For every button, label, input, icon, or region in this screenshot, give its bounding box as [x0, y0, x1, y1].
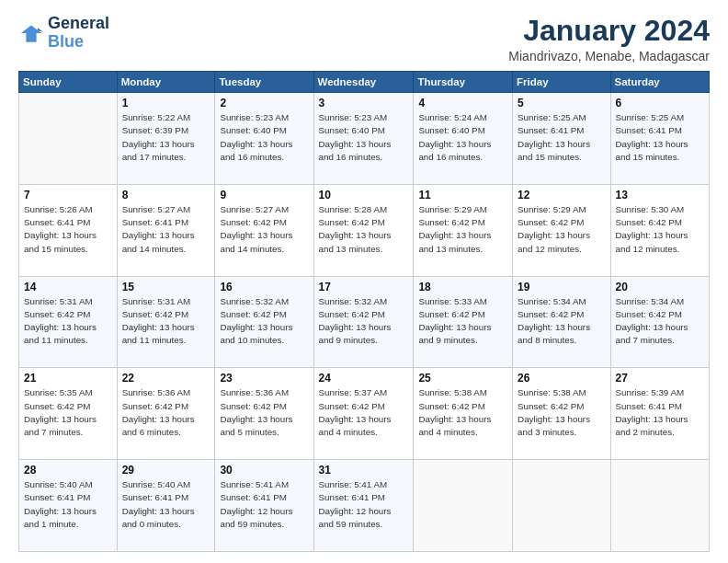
- day-info: Sunrise: 5:31 AMSunset: 6:42 PMDaylight:…: [122, 296, 195, 346]
- day-number: 9: [220, 189, 308, 201]
- table-row: 9 Sunrise: 5:27 AMSunset: 6:42 PMDayligh…: [215, 184, 313, 276]
- table-row: 12 Sunrise: 5:29 AMSunset: 6:42 PMDaylig…: [513, 184, 610, 276]
- day-info: Sunrise: 5:35 AMSunset: 6:42 PMDaylight:…: [24, 387, 97, 437]
- day-number: 28: [24, 464, 112, 477]
- day-info: Sunrise: 5:30 AMSunset: 6:42 PMDaylight:…: [616, 204, 688, 254]
- day-number: 8: [122, 189, 210, 201]
- table-row: 17 Sunrise: 5:32 AMSunset: 6:42 PMDaylig…: [313, 276, 414, 368]
- logo: GeneralBlue: [18, 15, 109, 52]
- day-number: 31: [319, 464, 409, 477]
- calendar-week-1: 7 Sunrise: 5:26 AMSunset: 6:41 PMDayligh…: [19, 184, 710, 276]
- table-row: 10 Sunrise: 5:28 AMSunset: 6:42 PMDaylig…: [313, 184, 414, 276]
- calendar-week-2: 14 Sunrise: 5:31 AMSunset: 6:42 PMDaylig…: [19, 276, 710, 368]
- day-info: Sunrise: 5:40 AMSunset: 6:41 PMDaylight:…: [122, 479, 195, 529]
- table-row: 1 Sunrise: 5:22 AMSunset: 6:39 PMDayligh…: [117, 93, 215, 185]
- table-row: 14 Sunrise: 5:31 AMSunset: 6:42 PMDaylig…: [19, 276, 118, 368]
- table-row: 16 Sunrise: 5:32 AMSunset: 6:42 PMDaylig…: [215, 276, 313, 368]
- day-number: 2: [220, 97, 308, 109]
- table-row: 13 Sunrise: 5:30 AMSunset: 6:42 PMDaylig…: [610, 184, 709, 276]
- table-row: 25 Sunrise: 5:38 AMSunset: 6:42 PMDaylig…: [414, 368, 513, 460]
- day-info: Sunrise: 5:34 AMSunset: 6:42 PMDaylight:…: [616, 296, 688, 346]
- col-monday: Monday: [117, 72, 215, 93]
- day-info: Sunrise: 5:23 AMSunset: 6:40 PMDaylight:…: [220, 112, 292, 162]
- table-row: 30 Sunrise: 5:41 AMSunset: 6:41 PMDaylig…: [215, 460, 313, 552]
- title-area: January 2024 Miandrivazo, Menabe, Madaga…: [508, 15, 710, 63]
- col-wednesday: Wednesday: [313, 72, 414, 93]
- table-row: 20 Sunrise: 5:34 AMSunset: 6:42 PMDaylig…: [610, 276, 709, 368]
- table-row: 24 Sunrise: 5:37 AMSunset: 6:42 PMDaylig…: [313, 368, 414, 460]
- day-number: 16: [220, 281, 308, 293]
- day-info: Sunrise: 5:36 AMSunset: 6:42 PMDaylight:…: [220, 387, 292, 437]
- day-info: Sunrise: 5:25 AMSunset: 6:41 PMDaylight:…: [616, 112, 688, 162]
- day-number: 5: [518, 97, 605, 109]
- day-info: Sunrise: 5:32 AMSunset: 6:42 PMDaylight:…: [220, 296, 292, 346]
- day-info: Sunrise: 5:41 AMSunset: 6:41 PMDaylight:…: [220, 479, 292, 529]
- day-number: 10: [319, 189, 409, 201]
- table-row: 2 Sunrise: 5:23 AMSunset: 6:40 PMDayligh…: [215, 93, 313, 185]
- logo-icon: [18, 20, 44, 46]
- day-number: 14: [24, 281, 112, 293]
- day-number: 11: [418, 189, 507, 201]
- table-row: 28 Sunrise: 5:40 AMSunset: 6:41 PMDaylig…: [19, 460, 118, 552]
- day-info: Sunrise: 5:38 AMSunset: 6:42 PMDaylight:…: [518, 387, 590, 437]
- table-row: 7 Sunrise: 5:26 AMSunset: 6:41 PMDayligh…: [19, 184, 118, 276]
- day-info: Sunrise: 5:22 AMSunset: 6:39 PMDaylight:…: [122, 112, 195, 162]
- day-info: Sunrise: 5:27 AMSunset: 6:42 PMDaylight:…: [220, 204, 292, 254]
- table-row: 23 Sunrise: 5:36 AMSunset: 6:42 PMDaylig…: [215, 368, 313, 460]
- col-sunday: Sunday: [19, 72, 118, 93]
- calendar: Sunday Monday Tuesday Wednesday Thursday…: [18, 71, 710, 552]
- day-number: 25: [418, 372, 507, 385]
- table-row: 18 Sunrise: 5:33 AMSunset: 6:42 PMDaylig…: [414, 276, 513, 368]
- day-info: Sunrise: 5:33 AMSunset: 6:42 PMDaylight:…: [418, 296, 491, 346]
- logo-text: GeneralBlue: [48, 15, 109, 52]
- day-info: Sunrise: 5:40 AMSunset: 6:41 PMDaylight:…: [24, 479, 97, 529]
- page: GeneralBlue January 2024 Miandrivazo, Me…: [0, 0, 728, 563]
- day-number: 17: [319, 281, 409, 293]
- day-info: Sunrise: 5:34 AMSunset: 6:42 PMDaylight:…: [518, 296, 590, 346]
- day-number: 26: [518, 372, 605, 385]
- table-row: 6 Sunrise: 5:25 AMSunset: 6:41 PMDayligh…: [610, 93, 709, 185]
- day-info: Sunrise: 5:32 AMSunset: 6:42 PMDaylight:…: [319, 296, 392, 346]
- day-number: 7: [24, 189, 112, 201]
- table-row: [610, 460, 709, 552]
- day-info: Sunrise: 5:28 AMSunset: 6:42 PMDaylight:…: [319, 204, 392, 254]
- table-row: 26 Sunrise: 5:38 AMSunset: 6:42 PMDaylig…: [513, 368, 610, 460]
- location: Miandrivazo, Menabe, Madagascar: [508, 49, 710, 63]
- table-row: 3 Sunrise: 5:23 AMSunset: 6:40 PMDayligh…: [313, 93, 414, 185]
- table-row: 19 Sunrise: 5:34 AMSunset: 6:42 PMDaylig…: [513, 276, 610, 368]
- col-tuesday: Tuesday: [215, 72, 313, 93]
- day-info: Sunrise: 5:36 AMSunset: 6:42 PMDaylight:…: [122, 387, 195, 437]
- day-info: Sunrise: 5:38 AMSunset: 6:42 PMDaylight:…: [418, 387, 491, 437]
- day-number: 12: [518, 189, 605, 201]
- col-thursday: Thursday: [414, 72, 513, 93]
- day-number: 21: [24, 372, 112, 385]
- day-number: 24: [319, 372, 409, 385]
- table-row: [19, 93, 118, 185]
- day-number: 19: [518, 281, 605, 293]
- day-number: 13: [616, 189, 704, 201]
- day-number: 6: [616, 97, 704, 109]
- day-number: 1: [122, 97, 210, 109]
- table-row: [513, 460, 610, 552]
- table-row: [414, 460, 513, 552]
- day-number: 22: [122, 372, 210, 385]
- col-saturday: Saturday: [610, 72, 709, 93]
- day-info: Sunrise: 5:24 AMSunset: 6:40 PMDaylight:…: [418, 112, 491, 162]
- calendar-week-3: 21 Sunrise: 5:35 AMSunset: 6:42 PMDaylig…: [19, 368, 710, 460]
- table-row: 11 Sunrise: 5:29 AMSunset: 6:42 PMDaylig…: [414, 184, 513, 276]
- day-info: Sunrise: 5:29 AMSunset: 6:42 PMDaylight:…: [518, 204, 590, 254]
- table-row: 29 Sunrise: 5:40 AMSunset: 6:41 PMDaylig…: [117, 460, 215, 552]
- day-number: 4: [418, 97, 507, 109]
- table-row: 22 Sunrise: 5:36 AMSunset: 6:42 PMDaylig…: [117, 368, 215, 460]
- day-info: Sunrise: 5:37 AMSunset: 6:42 PMDaylight:…: [319, 387, 392, 437]
- day-info: Sunrise: 5:25 AMSunset: 6:41 PMDaylight:…: [518, 112, 590, 162]
- day-info: Sunrise: 5:31 AMSunset: 6:42 PMDaylight:…: [24, 296, 97, 346]
- calendar-week-4: 28 Sunrise: 5:40 AMSunset: 6:41 PMDaylig…: [19, 460, 710, 552]
- day-number: 23: [220, 372, 308, 385]
- col-friday: Friday: [513, 72, 610, 93]
- month-title: January 2024: [508, 15, 710, 47]
- calendar-week-0: 1 Sunrise: 5:22 AMSunset: 6:39 PMDayligh…: [19, 93, 710, 185]
- svg-marker-0: [21, 25, 41, 41]
- day-info: Sunrise: 5:41 AMSunset: 6:41 PMDaylight:…: [319, 479, 392, 529]
- day-info: Sunrise: 5:23 AMSunset: 6:40 PMDaylight:…: [319, 112, 392, 162]
